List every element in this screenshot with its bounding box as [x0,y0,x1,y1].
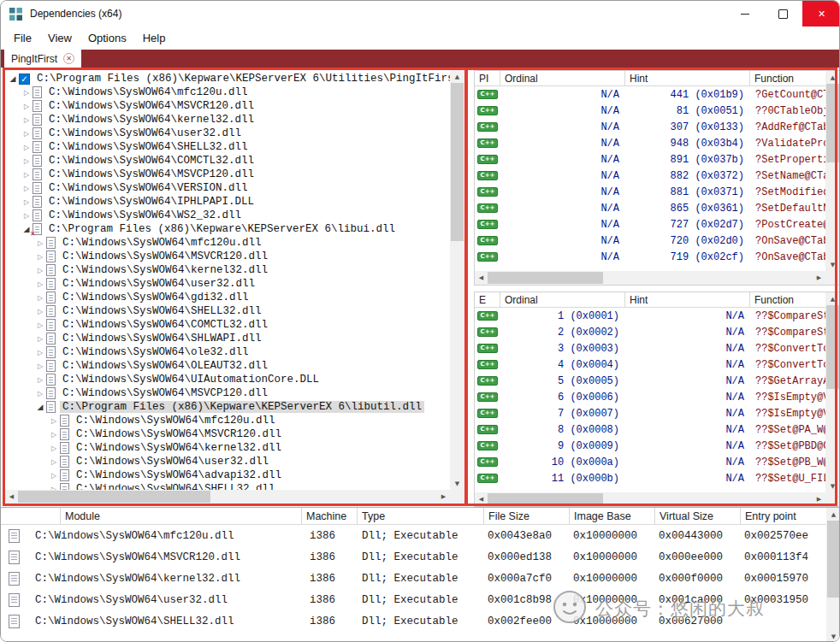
expand-arrow-icon[interactable]: ▷ [48,431,60,439]
e-row[interactable]: C++2 (0x0002)N/A??$CompareSt [475,324,825,340]
expand-arrow-icon[interactable]: ▷ [21,89,33,97]
pi-row[interactable]: C++N/A882 (0x0372)?SetName@CTa [475,168,825,184]
column-header-module[interactable]: Module [61,508,302,524]
tree-item[interactable]: ▷C:\Windows\SysWOW64\kernel32.dll [5,263,450,277]
tree-item[interactable]: ▷C:\Windows\SysWOW64\SHELL32.dll [5,482,450,490]
expand-arrow-icon[interactable]: ▷ [48,472,60,480]
scroll-right-arrow-icon[interactable]: ▶ [437,490,450,504]
tree-item[interactable]: ▷C:\Windows\SysWOW64\OLEAUT32.dll [5,359,450,373]
expand-arrow-icon[interactable]: ▷ [21,157,33,165]
expand-arrow-icon[interactable]: ▷ [34,239,46,247]
expand-arrow-icon[interactable]: ▷ [48,417,60,425]
scroll-up-arrow-icon[interactable]: ▲ [825,292,840,305]
expand-arrow-icon[interactable]: ▷ [34,321,46,329]
expand-arrow-icon[interactable]: ▷ [21,103,33,110]
column-header-machine[interactable]: Machine [302,508,358,524]
column-header-hint[interactable]: Hint [625,71,750,85]
scroll-up-arrow-icon[interactable]: ▲ [826,508,840,521]
tree-item[interactable]: ▷C:\Windows\SysWOW64\kernel32.dll [5,113,450,127]
column-header-type[interactable]: Type [358,508,484,524]
modules-vertical-scrollbar[interactable]: ▲ ▼ [826,508,840,642]
tree-horizontal-scrollbar[interactable]: ◀ ▶ [5,490,450,504]
scroll-up-arrow-icon[interactable]: ▲ [825,71,840,84]
tree-item[interactable]: ▷C:\Windows\SysWOW64\mfc120u.dll [5,85,450,99]
collapse-arrow-icon[interactable]: ◢ [7,74,19,83]
expand-arrow-icon[interactable]: ▷ [34,349,46,356]
column-header-image-base[interactable]: Image Base [570,508,655,524]
scrollbar-thumb[interactable] [488,493,603,505]
menu-item-file[interactable]: File [6,29,39,47]
tree-item[interactable]: ▷C:\Windows\SysWOW64\ole32.dll [5,345,450,359]
pi-row[interactable]: C++N/A441 (0x01b9)?GetCount@CT [475,86,825,103]
tree-item[interactable]: ▷C:\Windows\SysWOW64\gdi32.dll [5,291,450,304]
tree-item[interactable]: ▷C:\Windows\SysWOW64\UIAutomationCore.DL… [5,373,450,386]
tree-item[interactable]: ▷C:\Windows\SysWOW64\user32.dll [5,455,450,468]
maximize-button[interactable] [764,1,802,27]
tree-item[interactable]: ▷C:\Windows\SysWOW64\kernel32.dll [5,441,450,455]
pi-row[interactable]: C++N/A727 (0x02d7)?PostCreate@ [475,216,825,233]
expand-arrow-icon[interactable]: ▷ [34,294,46,302]
pi-row[interactable]: C++N/A307 (0x0133)?AddRef@CTab [475,119,825,135]
pi-row[interactable]: C++N/A865 (0x0361)?SetDefaultN [475,200,825,216]
expand-arrow-icon[interactable]: ▷ [34,253,46,261]
tree-item[interactable]: ▷C:\Windows\SysWOW64\MSVCR120.dll [5,427,450,441]
expand-arrow-icon[interactable]: ▷ [34,362,46,370]
expand-arrow-icon[interactable]: ▷ [21,144,33,151]
pi-row[interactable]: C++N/A720 (0x02d0)?OnSave@CTab [475,233,825,249]
module-checkbox[interactable]: ✓ [19,74,30,85]
tree-item[interactable]: ▷C:\Windows\SysWOW64\COMCTL32.dll [5,318,450,332]
module-row[interactable]: C:\Windows\SysWOW64\kernel32.dlli386Dll;… [1,568,826,589]
tree-item[interactable]: ▷C:\Windows\SysWOW64\WS2_32.dll [5,209,450,222]
e-row[interactable]: C++1 (0x0001)N/A??$CompareSt [475,308,825,324]
column-header-hint[interactable]: Hint [625,292,750,307]
scrollbar-thumb[interactable] [826,84,839,162]
module-row[interactable]: C:\Windows\SysWOW64\SHELL32.dlli386Dll; … [1,610,826,632]
tree-item[interactable]: ▷C:\Windows\SysWOW64\advapi32.dll [5,468,450,482]
exports-vertical-scrollbar[interactable]: ▲ ▼ [825,292,840,492]
tree-item[interactable]: ▷C:\Windows\SysWOW64\mfc120u.dll [5,236,450,250]
scrollbar-thumb[interactable] [18,491,210,503]
pi-row[interactable]: C++N/A948 (0x03b4)?ValidatePro [475,135,825,151]
column-header-e[interactable]: E [475,292,500,307]
pi-row[interactable]: C++N/A891 (0x037b)?SetProperti [475,151,825,168]
scrollbar-thumb[interactable] [827,521,840,598]
expand-arrow-icon[interactable]: ▷ [34,390,46,398]
e-row[interactable]: C++6 (0x0006)N/A??$IsEmpty@V [475,389,825,405]
e-row[interactable]: C++8 (0x0008)N/A??$Set@PA_W@ [475,421,825,438]
column-header-virtual-size[interactable]: Virtual Size [655,508,741,524]
scroll-right-arrow-icon[interactable]: ▶ [813,271,825,285]
tree-item[interactable]: ▷C:\Windows\SysWOW64\MSVCR120.dll [5,99,450,113]
expand-arrow-icon[interactable]: ▷ [34,335,46,343]
tree-vertical-scrollbar[interactable]: ▲ ▼ [450,70,464,490]
scroll-right-arrow-icon[interactable]: ▶ [813,492,825,506]
expand-arrow-icon[interactable]: ▷ [34,376,46,384]
tree-item[interactable]: ◢C:\Program Files (x86)\Kepware\KEPServe… [5,400,450,414]
scroll-left-arrow-icon[interactable]: ◀ [475,492,488,506]
tree-item[interactable]: ▷C:\Windows\SysWOW64\mfc120u.dll [5,414,450,427]
scrollbar-thumb[interactable] [826,305,839,389]
tree-item[interactable]: ▷C:\Windows\SysWOW64\SHELL32.dll [5,304,450,318]
menu-item-help[interactable]: Help [135,29,174,47]
tab-pingitfirst[interactable]: PingItFirst ✕ [4,50,81,68]
exports-horizontal-scrollbar[interactable]: ◀ ▶ [475,492,825,506]
expand-arrow-icon[interactable]: ▷ [21,212,33,220]
pi-row[interactable]: C++N/A719 (0x02cf)?OnSave@CTab [475,249,825,265]
e-row[interactable]: C++5 (0x0005)N/A??$GetArrayA [475,373,825,389]
expand-arrow-icon[interactable]: ▷ [34,280,46,288]
e-row[interactable]: C++3 (0x0003)N/A??$ConvertTo [475,340,825,356]
imports-vertical-scrollbar[interactable]: ▲ ▼ [825,71,840,271]
tree-item[interactable]: ▷C:\Windows\SysWOW64\COMCTL32.dll [5,154,450,168]
scroll-down-arrow-icon[interactable]: ▼ [825,480,840,492]
expand-arrow-icon[interactable]: ▷ [48,458,60,466]
tree-item[interactable]: ▷C:\Windows\SysWOW64\MSVCR120.dll [5,250,450,263]
scrollbar-thumb[interactable] [451,83,464,241]
scroll-down-arrow-icon[interactable]: ▼ [450,477,464,490]
scroll-down-arrow-icon[interactable]: ▼ [826,630,840,642]
scroll-up-arrow-icon[interactable]: ▲ [450,70,464,83]
expand-arrow-icon[interactable]: ▷ [21,198,33,206]
tree-item[interactable]: ▷C:\Windows\SysWOW64\MSVCP120.dll [5,386,450,400]
scroll-left-arrow-icon[interactable]: ◀ [475,271,488,285]
e-row[interactable]: C++7 (0x0007)N/A??$IsEmpty@V [475,405,825,421]
imports-horizontal-scrollbar[interactable]: ◀ ▶ [475,271,825,285]
tree-item[interactable]: ▷C:\Windows\SysWOW64\SHLWAPI.dll [5,332,450,345]
